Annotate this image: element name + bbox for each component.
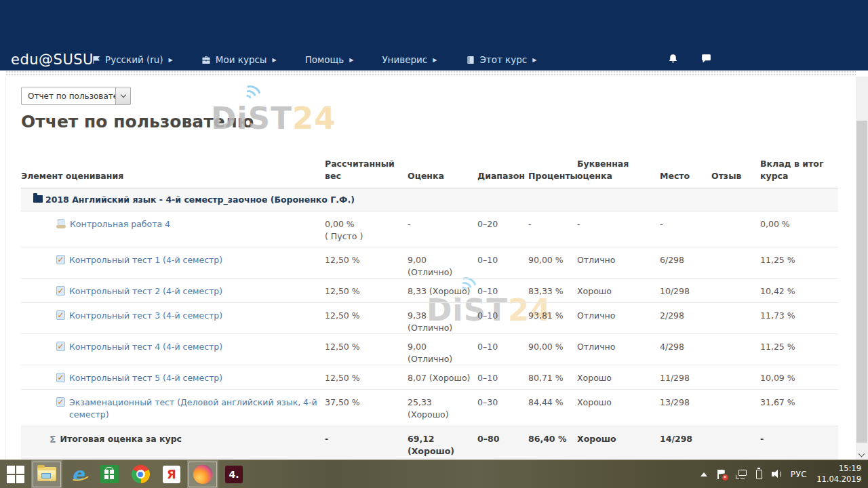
nav-my-courses-menu[interactable]: Мои курсы ▶: [201, 54, 277, 65]
table-row: ✓Контрольный тест 3 (4-й семестр) 12,50 …: [21, 303, 838, 334]
rank-cell: 10/298: [660, 279, 711, 302]
nav-language-label: Русский (ru): [105, 54, 163, 65]
game4-app-icon: 4.: [225, 466, 243, 483]
quiz-icon: ✓: [56, 255, 65, 264]
action-center-flag-icon[interactable]: ✕: [717, 470, 726, 479]
table-row: ✓Контрольный тест 5 (4-й семестр) 12,50 …: [21, 365, 838, 390]
contribution-cell: 10,09 %: [760, 365, 838, 389]
nav-this-course-label: Этот курс: [479, 54, 527, 65]
percent-cell: -: [528, 211, 577, 247]
weight-cell: 12,50 %: [325, 247, 408, 278]
contribution-cell: -: [760, 426, 838, 464]
grade-cell: 9,00 (Отлично): [408, 247, 477, 278]
battery-icon[interactable]: [756, 470, 762, 479]
feedback-cell: [711, 365, 760, 389]
file-explorer-button[interactable]: [31, 460, 62, 488]
nav-univeris-label: Универис: [382, 54, 427, 65]
chevron-right-icon: ▶: [532, 57, 536, 63]
range-cell: 0–10: [477, 279, 528, 302]
main-navigation: Русский (ru) ▶ Мои курсы ▶ Помощь ▶ Унив…: [91, 54, 536, 65]
percent-cell: 84,44 %: [528, 390, 577, 426]
letter-cell: Хорошо: [577, 390, 660, 426]
game4-app-button[interactable]: 4.: [218, 460, 250, 488]
language-indicator[interactable]: РУС: [791, 470, 807, 479]
messages-chat-icon[interactable]: [701, 53, 712, 67]
course-category-row: 2018 Английский язык - 4-й семестр_заочн…: [21, 188, 838, 211]
nav-language-menu[interactable]: Русский (ru) ▶: [91, 54, 173, 65]
rank-cell: -: [660, 211, 711, 247]
nav-univeris-menu[interactable]: Универис ▶: [382, 54, 437, 65]
table-row: ✓Контрольный тест 2 (4-й семестр) 12,50 …: [21, 279, 838, 303]
nav-help-menu[interactable]: Помощь ▶: [305, 54, 354, 65]
grade-item-link[interactable]: Экзаменационный тест (Деловой английский…: [69, 396, 321, 420]
col-header-range: Диапазон: [477, 170, 528, 182]
letter-cell: -: [577, 211, 660, 247]
grade-item-link[interactable]: Контрольная работа 4: [70, 218, 170, 230]
contribution-cell: 11,25 %: [760, 247, 838, 278]
nav-this-course-menu[interactable]: Этот курс ▶: [465, 54, 536, 65]
chrome-button[interactable]: [125, 460, 156, 488]
contribution-cell: 31,67 %: [760, 390, 838, 426]
percent-cell: 90,00 %: [528, 334, 577, 365]
rank-cell: 14/298: [660, 426, 711, 464]
percent-cell: 80,71 %: [528, 365, 577, 389]
network-icon[interactable]: [736, 470, 747, 479]
volume-icon[interactable]: [772, 470, 781, 479]
feedback-cell: [711, 247, 760, 278]
range-cell: 0–30: [477, 390, 528, 426]
grade-cell: 8,33 (Хорошо): [408, 279, 477, 302]
report-type-select[interactable]: Отчет по пользователю: [21, 87, 131, 105]
scrollbar-down-arrow-icon[interactable]: [859, 451, 865, 458]
quiz-icon: ✓: [56, 286, 65, 296]
feedback-cell: [711, 211, 760, 247]
grade-cell: 9,38 (Отлично): [408, 303, 477, 333]
grade-item-link[interactable]: Контрольный тест 2 (4-й семестр): [69, 285, 222, 298]
grade-item-link[interactable]: Контрольный тест 1 (4-й семестр): [69, 254, 222, 266]
grade-item-link[interactable]: Контрольный тест 4 (4-й семестр): [69, 341, 222, 353]
yandex-browser-button[interactable]: Я: [156, 460, 187, 488]
start-button[interactable]: [0, 460, 31, 488]
navbar-actions: [667, 53, 712, 67]
rank-cell: 11/298: [660, 365, 711, 389]
col-header-contribution: Вклад в итог курса: [760, 158, 838, 182]
feedback-cell: [711, 426, 760, 464]
firefox-button[interactable]: [187, 460, 218, 488]
grade-item-link[interactable]: Контрольный тест 5 (4-й семестр): [69, 372, 222, 384]
windows-store-button[interactable]: [94, 460, 125, 488]
clock[interactable]: 15:19 11.04.2019: [816, 464, 861, 485]
feedback-cell: [711, 390, 760, 426]
course-total-row: ΣИтоговая оценка за курс - 69,12 (Хорошо…: [21, 426, 838, 464]
table-row: ✓Экзаменационный тест (Деловой английски…: [21, 390, 838, 426]
user-grade-report-table: Элемент оценивания Рассчитанный вес Оцен…: [21, 155, 838, 464]
col-header-rank: Место: [660, 170, 711, 182]
contribution-cell: 0,00 %: [760, 211, 838, 247]
scrollbar-thumb[interactable]: [856, 121, 867, 443]
feedback-cell: [711, 334, 760, 365]
weight-cell: -: [325, 426, 408, 464]
select-dropdown-arrow[interactable]: [115, 87, 130, 104]
quiz-icon: ✓: [56, 342, 65, 351]
total-label: Итоговая оценка за курс: [60, 433, 182, 445]
feedback-cell: [711, 279, 760, 302]
table-row: ✓Контрольный тест 1 (4-й семестр) 12,50 …: [21, 247, 838, 279]
weight-cell: 12,50 %: [325, 303, 408, 333]
show-hidden-icons-button[interactable]: [701, 472, 707, 476]
grade-item-link[interactable]: Контрольный тест 3 (4-й семестр): [69, 310, 222, 322]
weight-cell: 12,50 %: [325, 365, 408, 389]
system-tray: ✕ РУС 15:19 11.04.2019: [701, 464, 868, 485]
site-logo[interactable]: edu@SUSU: [11, 52, 94, 68]
percent-cell: 86,40 %: [528, 426, 577, 464]
col-header-item: Элемент оценивания: [21, 170, 325, 182]
weight-cell: 12,50 %: [325, 334, 408, 365]
page-top-dotted-divider: [5, 70, 856, 77]
notifications-bell-icon[interactable]: [667, 53, 679, 67]
percent-cell: 83,33 %: [528, 279, 577, 302]
chevron-right-icon: ▶: [349, 57, 353, 63]
internet-explorer-button[interactable]: e: [62, 460, 94, 488]
weight-cell: 12,50 %: [325, 279, 408, 302]
flag-icon: [91, 55, 101, 64]
vertical-scrollbar[interactable]: [856, 77, 868, 460]
rank-cell: 6/298: [660, 247, 711, 278]
col-header-feedback: Отзыв: [711, 170, 760, 182]
contribution-cell: 10,42 %: [760, 279, 838, 302]
